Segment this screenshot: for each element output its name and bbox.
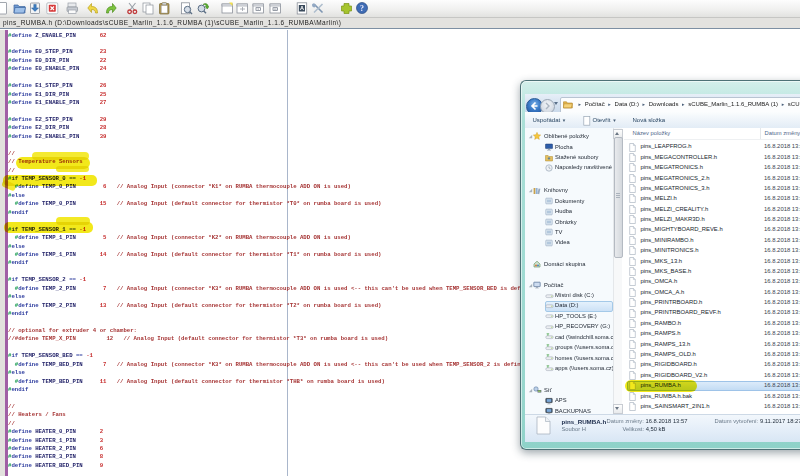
svg-text:?: ? <box>360 4 364 13</box>
svg-text:A: A <box>300 5 304 11</box>
